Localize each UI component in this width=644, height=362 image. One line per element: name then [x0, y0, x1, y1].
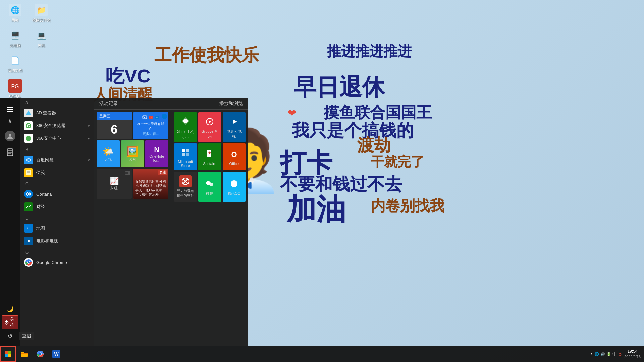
- mail-tile[interactable]: G M 在一处查看所有邮件 更多内容... !: [133, 112, 168, 139]
- svg-point-29: [28, 227, 29, 229]
- svg-point-27: [28, 193, 30, 195]
- mail-more: 更多内容...: [143, 132, 159, 136]
- section-header-g: G: [20, 249, 94, 256]
- store-icon: [179, 146, 192, 160]
- news-tile[interactable]: 女保安遭男同事'性骚扰'反遭辞退？对话当事人：他那叔叔掌了，曾拒其示爱 资讯: [133, 169, 168, 199]
- desktop-icon-computer[interactable]: 🖥️ 此电脑: [3, 28, 27, 48]
- svg-text:🖥️: 🖥️: [11, 31, 20, 40]
- wallpaper-text-13: 内卷别找我: [371, 196, 444, 216]
- desktop-icon-video-folder[interactable]: 📁 视频文件夹: [30, 3, 53, 22]
- force-label: 强力卸载电脑中的软件: [177, 189, 195, 198]
- svg-rect-40: [125, 172, 128, 174]
- app-cortana[interactable]: Cortana: [20, 188, 94, 200]
- clock-date: 2022/9/16: [624, 354, 641, 359]
- svg-text:🌐: 🌐: [11, 6, 20, 15]
- section-header-d: D: [20, 215, 94, 222]
- app-icon-maps: [24, 224, 33, 233]
- calendar-tile-body: 6: [97, 120, 132, 139]
- app-icon-360-security: [24, 134, 33, 143]
- app-icon-cortana: [24, 190, 33, 198]
- activities-section: 星期五 6: [94, 110, 171, 346]
- desktop-icon-shutdown[interactable]: 💻 关机: [30, 28, 53, 48]
- svg-text:G: G: [150, 116, 151, 119]
- solitaire-tile[interactable]: Solitaire: [198, 143, 221, 170]
- svg-rect-51: [186, 149, 189, 152]
- system-tray: ∧ 🌐 🔊 🔋 中 5: [590, 351, 622, 358]
- app-list: 3 3D 查看器 360安全浏览器 ∨ 360安全中心 ∨ B: [20, 98, 94, 346]
- svg-rect-53: [186, 153, 189, 156]
- start-header: 活动记录 播放和浏览: [94, 98, 248, 110]
- shutdown-button[interactable]: ⏻ 关机: [2, 316, 18, 329]
- svg-point-12: [9, 134, 11, 136]
- start-main: 活动记录 播放和浏览 星期五 6: [94, 98, 248, 346]
- tray-arrow[interactable]: ∧: [590, 352, 593, 356]
- svg-text:PG: PG: [11, 84, 19, 89]
- app-finance[interactable]: 财经: [20, 200, 94, 213]
- taskbar-clock[interactable]: 19:54 2022/9/16: [624, 349, 641, 359]
- app-icon-3d: [24, 109, 33, 117]
- app-maps[interactable]: 地图: [20, 222, 94, 235]
- taskbar-file-explorer[interactable]: [16, 346, 32, 362]
- news-text: 女保安遭男同事'性骚扰'反遭辞退？对话当事人：他那叔叔掌了，曾拒其示爱: [135, 179, 166, 197]
- restart-label: 重启: [19, 332, 34, 340]
- solitaire-label: Solitaire: [203, 162, 216, 166]
- svg-rect-10: [7, 109, 13, 110]
- app-icon-360-browser: [24, 121, 33, 130]
- app-360-browser[interactable]: 360安全浏览器 ∨: [20, 119, 94, 132]
- xbox-label: Xbox 主机小...: [177, 129, 195, 139]
- svg-point-46: [209, 121, 211, 123]
- svg-rect-11: [7, 111, 13, 112]
- xbox-tile[interactable]: Xbox 主机小...: [174, 112, 197, 142]
- finance-tile[interactable]: 📈 财经: [97, 169, 132, 199]
- app-3d-viewer[interactable]: 3D 查看器: [20, 107, 94, 119]
- wechat-tile[interactable]: 微信: [198, 172, 221, 202]
- hamburger-button[interactable]: [2, 101, 18, 117]
- start-menu: # 🌙 ⏻: [0, 98, 248, 346]
- app-chrome[interactable]: Google Chrome: [20, 256, 94, 269]
- store-tile[interactable]: Microsoft Store: [174, 143, 197, 170]
- taskbar-chrome[interactable]: [32, 346, 48, 362]
- desktop-icon-network[interactable]: 🌐 网络: [3, 3, 27, 22]
- taskbar: W ∧ 🌐 🔊 🔋 中 5 19:54 2022/9/16: [0, 346, 644, 362]
- clock-time: 19:54: [624, 349, 641, 354]
- start-button[interactable]: [0, 346, 16, 362]
- security-icon: 5: [618, 351, 622, 358]
- photos-tile[interactable]: 🖼️ 照片: [121, 140, 144, 167]
- app-360-security[interactable]: 360安全中心 ∨: [20, 132, 94, 145]
- svg-rect-9: [7, 107, 13, 108]
- svg-point-71: [39, 353, 42, 355]
- user-avatar-button[interactable]: [2, 128, 18, 144]
- start-sidebar: # 🌙 ⏻: [0, 98, 20, 346]
- svg-rect-64: [5, 351, 8, 354]
- sleep-button[interactable]: 🌙: [2, 302, 18, 316]
- restart-icon: ↺: [8, 332, 13, 340]
- office-tile[interactable]: O Office: [223, 143, 246, 170]
- app-icon-chrome: [24, 258, 33, 267]
- wallpaper-text-7: 我只是个搞钱的: [292, 119, 414, 142]
- expand-arrow-2: ∨: [88, 137, 90, 140]
- news-badge: 资讯: [158, 170, 167, 175]
- restart-button[interactable]: ↺ 重启: [2, 329, 18, 343]
- volume-icon: 🔊: [600, 352, 605, 356]
- desktop-icon-docs[interactable]: 📄 我的文档: [3, 54, 27, 73]
- section-header-c: C: [20, 180, 94, 188]
- onenote-tile[interactable]: N OneNote for...: [145, 140, 168, 167]
- qq-tile[interactable]: 腾讯QQ: [223, 172, 246, 202]
- weather-tile[interactable]: 🌤️ 天气: [97, 140, 120, 167]
- battery-icon: 🔋: [606, 352, 611, 356]
- hash-icon[interactable]: #: [9, 119, 12, 125]
- qq-icon: [228, 178, 240, 191]
- svg-rect-66: [5, 354, 8, 357]
- video-tile[interactable]: 电影和电视: [223, 112, 246, 142]
- groove-tile[interactable]: Groove 音乐: [198, 112, 221, 142]
- force-uninstall-tile[interactable]: 强力卸载电脑中的软件: [174, 172, 197, 202]
- onenote-label: OneNote for...: [148, 154, 166, 162]
- app-icon-movies: [24, 237, 33, 245]
- taskbar-word[interactable]: W: [48, 346, 64, 362]
- app-baidu-netdisk[interactable]: 百度网盘 ∨: [20, 154, 94, 166]
- calendar-tile[interactable]: 星期五 6: [97, 112, 132, 139]
- solitaire-icon: [204, 148, 216, 162]
- app-stickynotes[interactable]: 便笺: [20, 166, 94, 179]
- app-movies[interactable]: 电影和电视: [20, 235, 94, 247]
- documents-button[interactable]: [2, 144, 18, 160]
